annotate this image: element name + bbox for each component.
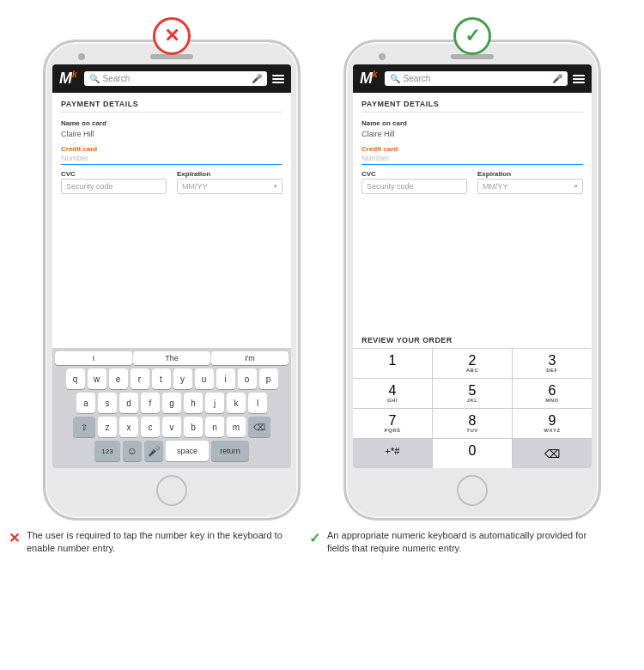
cvc-label-bad: CVC: [61, 170, 167, 178]
numpad-key-symbols[interactable]: +*#: [353, 439, 433, 468]
key-m[interactable]: m: [227, 417, 246, 437]
numpad-key-4[interactable]: 4 GHI: [353, 379, 433, 408]
bad-phone-column: ✕ Mk 🔍 Search 🎤: [30, 17, 313, 521]
key-q[interactable]: q: [66, 368, 85, 389]
key-i[interactable]: i: [216, 368, 235, 389]
name-value-bad: Claire Hill: [61, 128, 283, 140]
form-area-good: PAYMENT DETAILS Name on card Claire Hill…: [353, 93, 592, 332]
bad-phone: Mk 🔍 Search 🎤 PAYMENT DETAILS Na: [43, 40, 301, 521]
key-y[interactable]: y: [173, 368, 192, 389]
numeric-keypad: 1 2 ABC 3 DEF: [353, 348, 592, 468]
phone-bottom-good: [353, 468, 592, 509]
key-a[interactable]: a: [76, 393, 95, 413]
key-o[interactable]: o: [238, 368, 257, 389]
key-z[interactable]: z: [98, 417, 117, 437]
key-b[interactable]: b: [184, 417, 203, 437]
numpad-key-0[interactable]: 0: [433, 439, 513, 468]
search-bar-bad[interactable]: 🔍 Search 🎤: [84, 71, 267, 86]
home-button-good[interactable]: [457, 475, 488, 506]
hamburger-good[interactable]: [573, 75, 585, 83]
phone-bottom-bad: [52, 468, 291, 509]
payment-title-good: PAYMENT DETAILS: [361, 100, 583, 113]
footer-bad: ✕ The user is required to tap the number…: [9, 529, 292, 556]
cvc-label-good: CVC: [361, 170, 467, 178]
key-f[interactable]: f: [141, 393, 160, 413]
phone-screen-bad: Mk 🔍 Search 🎤 PAYMENT DETAILS Na: [52, 64, 291, 468]
review-title: REVIEW YOUR ORDER: [361, 336, 583, 344]
numpad-key-2[interactable]: 2 ABC: [433, 349, 513, 378]
good-symbol: ✓: [465, 25, 480, 47]
key-g[interactable]: g: [162, 393, 181, 413]
key-t[interactable]: t: [152, 368, 171, 389]
numpad-key-6[interactable]: 6 MNO: [513, 379, 592, 408]
key-x[interactable]: x: [119, 417, 138, 437]
key-h[interactable]: h: [184, 393, 203, 413]
key-u[interactable]: u: [195, 368, 214, 389]
number-input-good[interactable]: Number: [361, 154, 583, 165]
comparison-row: ✕ Mk 🔍 Search 🎤: [9, 17, 635, 521]
cvc-input-bad[interactable]: Security code: [61, 179, 167, 194]
suggestion-row: I The I'm: [55, 351, 289, 365]
home-button-bad[interactable]: [156, 475, 187, 506]
key-123[interactable]: 123: [94, 441, 120, 461]
key-n[interactable]: n: [205, 417, 224, 437]
search-bar-good[interactable]: 🔍 Search 🎤: [385, 71, 568, 86]
good-badge: ✓: [453, 17, 491, 55]
key-e[interactable]: e: [109, 368, 128, 389]
key-j[interactable]: j: [205, 393, 224, 413]
numpad-row-1: 1 2 ABC 3 DEF: [353, 348, 592, 378]
key-c[interactable]: c: [141, 417, 160, 437]
numpad-key-5[interactable]: 5 JKL: [433, 379, 513, 408]
numpad-key-delete[interactable]: ⌫: [513, 439, 592, 468]
cvc-field-good: CVC Security code: [361, 170, 467, 194]
key-row-4: 123 ☺ 🎤 space return: [55, 441, 289, 461]
camera-good: [379, 53, 386, 60]
numpad-row-4: +*# 0 ⌫: [353, 438, 592, 468]
key-return[interactable]: return: [211, 441, 249, 461]
key-emoji[interactable]: ☺: [123, 441, 142, 461]
key-row-1: q w e r t y u i o p: [55, 368, 289, 389]
key-s[interactable]: s: [98, 393, 117, 413]
numpad-key-3[interactable]: 3 DEF: [513, 349, 592, 378]
mic-icon-good: 🎤: [552, 74, 562, 83]
name-field-bad: Name on card Claire Hill: [61, 119, 283, 140]
footer-good-text: An appropriate numeric keyboard is autom…: [327, 529, 592, 556]
exp-input-bad[interactable]: MM/YY ▾: [177, 179, 283, 194]
key-k[interactable]: k: [227, 393, 246, 413]
text-keyboard: I The I'm q w e r t y u i o p: [52, 348, 291, 468]
form-area-bad: PAYMENT DETAILS Name on card Claire Hill…: [52, 93, 291, 348]
hamburger-bad[interactable]: [272, 75, 284, 83]
numpad-key-7[interactable]: 7 PQRS: [353, 409, 433, 438]
key-row-3: ⇧ z x c v b n m ⌫: [55, 417, 289, 437]
key-v[interactable]: v: [162, 417, 181, 437]
suggestion-im[interactable]: I'm: [211, 351, 289, 365]
suggestion-i[interactable]: I: [55, 351, 132, 365]
footer-good: ✓ An appropriate numeric keyboard is aut…: [309, 529, 592, 556]
credit-label-bad: Credit card: [61, 145, 283, 153]
numpad-key-9[interactable]: 9 WXYZ: [513, 409, 592, 438]
key-shift[interactable]: ⇧: [73, 417, 95, 437]
credit-field-bad: Credit card Number: [61, 145, 283, 165]
exp-label-good: Expiration: [477, 170, 583, 178]
numpad-row-2: 4 GHI 5 JKL 6 MNO: [353, 378, 592, 408]
suggestion-the[interactable]: The: [133, 351, 210, 365]
cvc-input-good[interactable]: Security code: [361, 179, 467, 194]
key-p[interactable]: p: [259, 368, 278, 389]
good-phone: Mk 🔍 Search 🎤 PAYMENT DETAILS Na: [343, 40, 601, 521]
key-delete[interactable]: ⌫: [248, 417, 270, 437]
key-mic[interactable]: 🎤: [144, 441, 163, 461]
search-icon-good: 🔍: [390, 74, 400, 83]
numpad-key-8[interactable]: 8 TUV: [433, 409, 513, 438]
footer-good-badge: ✓: [309, 530, 320, 546]
key-space[interactable]: space: [166, 441, 209, 461]
key-r[interactable]: r: [131, 368, 149, 389]
exp-label-bad: Expiration: [177, 170, 283, 178]
number-input-bad[interactable]: Number: [61, 154, 283, 165]
key-d[interactable]: d: [119, 393, 138, 413]
key-l[interactable]: l: [248, 393, 267, 413]
exp-input-good[interactable]: MM/YY ▾: [477, 179, 583, 194]
key-w[interactable]: w: [88, 368, 106, 389]
good-phone-column: ✓ Mk 🔍 Search 🎤: [331, 17, 614, 521]
exp-field-bad: Expiration MM/YY ▾: [177, 170, 283, 194]
numpad-key-1[interactable]: 1: [353, 349, 433, 378]
